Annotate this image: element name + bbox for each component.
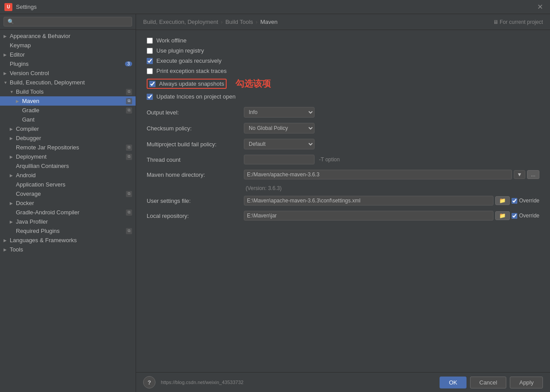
thread-count-label: Thread count bbox=[147, 156, 244, 163]
sidebar-item-keymap[interactable]: Keymap bbox=[0, 41, 136, 50]
multiproject-policy-dropdown[interactable]: Default Fail at end Never fail bbox=[244, 139, 315, 149]
local-repo-override: Override bbox=[512, 213, 539, 219]
output-level-dropdown[interactable]: Info Debug Warn Error bbox=[244, 107, 315, 118]
sidebar-item-label-build-tools: Build Tools bbox=[16, 88, 124, 95]
sidebar-item-compiler[interactable]: ▶Compiler bbox=[0, 124, 136, 133]
sidebar-item-label-plugins: Plugins bbox=[10, 61, 123, 67]
sidebar-item-gradle[interactable]: Gradle⧉ bbox=[0, 106, 136, 115]
sidebar-item-deployment[interactable]: ▶Deployment⧉ bbox=[0, 152, 136, 161]
checkbox-always-update[interactable] bbox=[149, 81, 156, 87]
monitor-icon: 🖥 bbox=[493, 19, 500, 25]
tree-arrow: ▶ bbox=[10, 127, 16, 131]
titlebar: U Settings ✕ bbox=[0, 0, 550, 14]
sidebar-item-java-profiler[interactable]: ▶Java Profiler bbox=[0, 217, 136, 226]
sidebar-item-docker[interactable]: ▶Docker bbox=[0, 198, 136, 208]
sidebar-item-gant[interactable]: Gant bbox=[0, 115, 136, 124]
breadcrumb-part2: Build Tools bbox=[225, 19, 253, 25]
sidebar-item-label-keymap: Keymap bbox=[10, 42, 132, 49]
sidebar-item-label-gradle: Gradle bbox=[22, 107, 124, 114]
checkbox-use-plugin-registry[interactable] bbox=[147, 48, 153, 54]
local-repo-label: Local repository: bbox=[147, 213, 244, 219]
breadcrumb-sep1: › bbox=[221, 19, 223, 25]
tree-arrow: ▶ bbox=[10, 155, 16, 159]
sidebar-item-debugger[interactable]: ▶Debugger bbox=[0, 133, 136, 143]
tree-arrow: ▶ bbox=[4, 34, 10, 38]
copy-icon-maven: ⧉ bbox=[126, 98, 132, 104]
checkbox-print-exception[interactable] bbox=[147, 68, 153, 74]
sidebar-item-gradle-android[interactable]: Gradle-Android Compiler⧉ bbox=[0, 208, 136, 217]
checkbox-label-use-plugin-registry: Use plugin registry bbox=[156, 47, 204, 54]
sidebar-item-maven[interactable]: ▶Maven⧉ bbox=[0, 96, 136, 106]
sidebar-item-label-docker: Docker bbox=[16, 200, 132, 206]
search-input[interactable] bbox=[4, 17, 132, 27]
sidebar-item-plugins[interactable]: Plugins3 bbox=[0, 59, 136, 69]
sidebar-item-build-exec-deploy[interactable]: ▼Build, Execution, Deployment bbox=[0, 78, 136, 87]
apply-button[interactable]: Apply bbox=[510, 377, 543, 388]
local-repo-override-label: Override bbox=[519, 213, 539, 219]
checkbox-label-work-offline: Work offline bbox=[156, 37, 186, 44]
checksum-policy-dropdown[interactable]: No Global Policy Fail Warn Ignore bbox=[244, 123, 315, 133]
sidebar-item-label-deployment: Deployment bbox=[16, 153, 124, 160]
sidebar-item-appearance[interactable]: ▶Appearance & Behavior bbox=[0, 31, 136, 41]
maven-home-dropdown-btn[interactable]: ▼ bbox=[514, 170, 525, 179]
tree-arrow: ▶ bbox=[4, 238, 10, 243]
checkbox-label-update-indices: Update Incices on project open bbox=[156, 93, 235, 100]
sidebar-item-label-coverage: Coverage bbox=[16, 190, 124, 197]
sidebar-item-remote-jar[interactable]: Remote Jar Repositories⧉ bbox=[0, 143, 136, 152]
thread-count-row: Thread count -T option bbox=[147, 155, 539, 164]
sidebar-item-tools[interactable]: ▶Tools bbox=[0, 245, 136, 254]
checkbox-label-always-update: Always update snapshots bbox=[159, 80, 224, 87]
ok-button[interactable]: OK bbox=[440, 377, 467, 388]
tree-arrow: ▶ bbox=[16, 99, 22, 103]
t-option-label: -T option bbox=[319, 156, 340, 163]
sidebar-item-app-servers[interactable]: Application Servers bbox=[0, 180, 136, 189]
sidebar-item-required-plugins[interactable]: Required Plugins⧉ bbox=[0, 226, 136, 236]
checkbox-row-use-plugin-registry: Use plugin registry bbox=[147, 47, 539, 54]
user-settings-control: 📁 Override bbox=[244, 196, 539, 206]
checkbox-execute-goals[interactable] bbox=[147, 58, 153, 64]
checkbox-row-update-indices: Update Incices on project open bbox=[147, 93, 539, 100]
breadcrumb-part1: Build, Execution, Deployment bbox=[143, 19, 218, 25]
sidebar-item-label-tools: Tools bbox=[10, 246, 132, 253]
tree-arrow: ▶ bbox=[10, 201, 16, 206]
checkbox-update-indices[interactable] bbox=[147, 94, 153, 100]
local-repo-input[interactable] bbox=[244, 211, 493, 221]
sidebar-item-label-app-servers: Application Servers bbox=[16, 181, 132, 188]
sidebar-item-languages-frameworks[interactable]: ▶Languages & Frameworks bbox=[0, 236, 136, 245]
footer-url: https://blog.csdn.net/weixin_43533732 bbox=[161, 380, 243, 385]
local-repo-override-checkbox[interactable] bbox=[512, 213, 517, 219]
close-button[interactable]: ✕ bbox=[535, 2, 546, 12]
sidebar-item-coverage[interactable]: Coverage⧉ bbox=[0, 189, 136, 198]
user-settings-row: User settings file: 📁 Override bbox=[147, 196, 539, 206]
sidebar-item-editor[interactable]: ▶Editor bbox=[0, 50, 136, 59]
sidebar-item-version-control[interactable]: ▶Version Control bbox=[0, 69, 136, 78]
tree-arrow: ▶ bbox=[4, 53, 10, 57]
user-settings-override-checkbox[interactable] bbox=[512, 198, 517, 204]
sidebar-tree: ▶Appearance & BehaviorKeymap▶EditorPlugi… bbox=[0, 30, 136, 392]
sidebar-item-build-tools[interactable]: ▼Build Tools⧉ bbox=[0, 87, 136, 96]
help-button[interactable]: ? bbox=[143, 376, 156, 388]
maven-home-input[interactable] bbox=[244, 170, 512, 179]
checkbox-work-offline[interactable] bbox=[147, 38, 153, 44]
tree-arrow: ▶ bbox=[4, 247, 10, 252]
maven-version-text: (Version: 3.6.3) bbox=[246, 185, 281, 191]
tree-arrow: ▶ bbox=[10, 220, 16, 224]
tree-arrow: ▶ bbox=[10, 173, 16, 178]
badge-plugins: 3 bbox=[125, 61, 132, 66]
sidebar-item-android[interactable]: ▶Android bbox=[0, 171, 136, 180]
user-settings-input[interactable] bbox=[244, 196, 493, 206]
local-repo-browse-btn[interactable]: 📁 bbox=[495, 211, 510, 220]
cancel-button[interactable]: Cancel bbox=[470, 377, 506, 388]
checkbox-row-always-update: Always update snapshots bbox=[149, 80, 224, 87]
user-settings-browse-btn[interactable]: 📁 bbox=[495, 196, 510, 205]
maven-home-browse-btn[interactable]: ... bbox=[527, 170, 539, 179]
sidebar-item-arquillian[interactable]: Arquillian Containers bbox=[0, 161, 136, 171]
content-area: Build, Execution, Deployment › Build Too… bbox=[136, 14, 550, 392]
checksum-policy-label: Checksum policy: bbox=[147, 125, 244, 132]
user-settings-override: Override bbox=[512, 198, 539, 204]
thread-count-input[interactable] bbox=[244, 155, 315, 164]
for-current-project: 🖥 For current project bbox=[493, 19, 543, 25]
checkbox-label-print-exception: Print exception stack traces bbox=[156, 68, 227, 74]
user-settings-override-label: Override bbox=[519, 198, 539, 204]
tree-arrow: ▼ bbox=[10, 90, 16, 94]
